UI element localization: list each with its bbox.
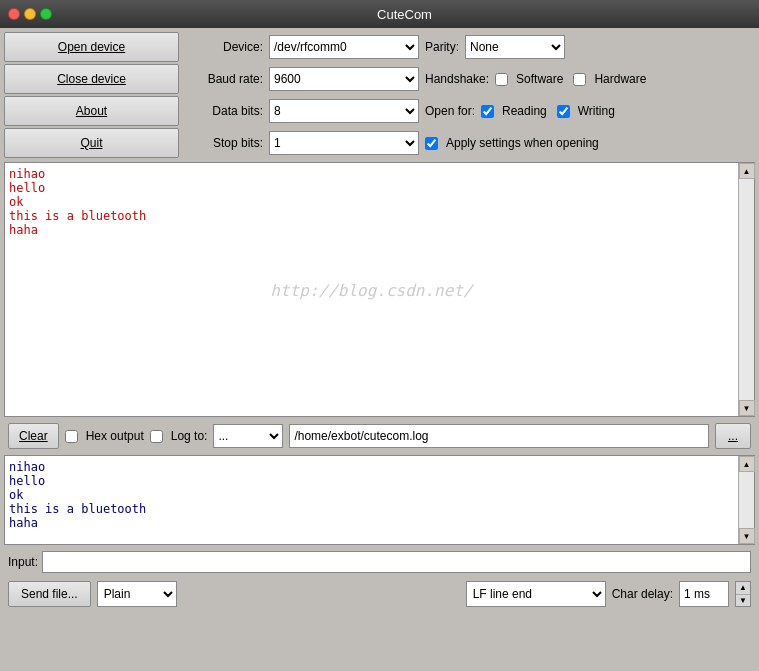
log-to-checkbox[interactable] <box>150 430 163 443</box>
input-line-2: hello <box>9 474 734 488</box>
char-delay-input[interactable] <box>679 581 729 607</box>
device-select[interactable]: /dev/rfcomm0 <box>269 35 419 59</box>
input-line-1: nihao <box>9 460 734 474</box>
close-button[interactable] <box>8 8 20 20</box>
stop-bits-select[interactable]: 1 <box>269 131 419 155</box>
lf-line-end-select[interactable]: LF line end <box>466 581 606 607</box>
log-to-label: Log to: <box>171 429 208 443</box>
minimize-button[interactable] <box>24 8 36 20</box>
log-to-select[interactable]: ... <box>213 424 283 448</box>
log-browse-button[interactable]: ... <box>715 423 751 449</box>
input-area-wrapper: nihao hello ok this is a bluetooth haha … <box>4 455 755 545</box>
software-checkbox[interactable] <box>495 73 508 86</box>
reading-label: Reading <box>502 104 547 118</box>
parity-select[interactable]: None <box>465 35 565 59</box>
scroll-down-button[interactable]: ▼ <box>739 400 755 416</box>
input-scrollbar[interactable]: ▲ ▼ <box>738 456 754 544</box>
writing-checkbox[interactable] <box>557 105 570 118</box>
open-for-label: Open for: <box>425 104 475 118</box>
quit-button[interactable]: Quit <box>4 128 179 158</box>
data-bits-select[interactable]: 8 <box>269 99 419 123</box>
apply-settings-label: Apply settings when opening <box>446 136 599 150</box>
hardware-label: Hardware <box>594 72 646 86</box>
input-scroll-down[interactable]: ▼ <box>739 528 755 544</box>
writing-label: Writing <box>578 104 615 118</box>
parity-label: Parity: <box>425 40 459 54</box>
about-button[interactable]: About <box>4 96 179 126</box>
input-area: nihao hello ok this is a bluetooth haha <box>5 456 738 544</box>
input-field[interactable] <box>42 551 751 573</box>
bottom-bar: Clear Hex output Log to: ... ... <box>4 421 755 451</box>
send-file-button[interactable]: Send file... <box>8 581 91 607</box>
output-line-5: haha <box>9 223 734 237</box>
output-area: nihao hello ok this is a bluetooth haha … <box>5 163 738 416</box>
close-device-button[interactable]: Close device <box>4 64 179 94</box>
data-bits-label: Data bits: <box>183 104 263 118</box>
hex-output-checkbox[interactable] <box>65 430 78 443</box>
clear-button[interactable]: Clear <box>8 423 59 449</box>
handshake-label: Handshake: <box>425 72 489 86</box>
input-scroll-up[interactable]: ▲ <box>739 456 755 472</box>
title-bar: CuteCom <box>0 0 759 28</box>
output-line-4: this is a bluetooth <box>9 209 734 223</box>
spinner-up[interactable]: ▲ <box>736 582 750 595</box>
software-label: Software <box>516 72 563 86</box>
output-line-1: nihao <box>9 167 734 181</box>
scroll-up-button[interactable]: ▲ <box>739 163 755 179</box>
input-row: Input: <box>4 549 755 575</box>
maximize-button[interactable] <box>40 8 52 20</box>
log-path-input[interactable] <box>289 424 709 448</box>
char-delay-spinner[interactable]: ▲ ▼ <box>735 581 751 607</box>
window-title: CuteCom <box>58 7 751 22</box>
send-bar: Send file... Plain LF line end Char dela… <box>4 579 755 609</box>
input-scroll-track[interactable] <box>739 472 754 528</box>
apply-settings-checkbox[interactable] <box>425 137 438 150</box>
output-line-3: ok <box>9 195 734 209</box>
send-format-select[interactable]: Plain <box>97 581 177 607</box>
stop-bits-label: Stop bits: <box>183 136 263 150</box>
hardware-checkbox[interactable] <box>573 73 586 86</box>
output-scrollbar[interactable]: ▲ ▼ <box>738 163 754 416</box>
char-delay-label: Char delay: <box>612 587 673 601</box>
reading-checkbox[interactable] <box>481 105 494 118</box>
input-line-3: ok <box>9 488 734 502</box>
output-line-2: hello <box>9 181 734 195</box>
open-device-button[interactable]: Open device <box>4 32 179 62</box>
input-label: Input: <box>8 555 38 569</box>
input-line-5: haha <box>9 516 734 530</box>
hex-output-label: Hex output <box>86 429 144 443</box>
baud-rate-select[interactable]: 9600 <box>269 67 419 91</box>
spinner-down[interactable]: ▼ <box>736 595 750 607</box>
output-area-wrapper: nihao hello ok this is a bluetooth haha … <box>4 162 755 417</box>
input-line-4: this is a bluetooth <box>9 502 734 516</box>
baud-rate-label: Baud rate: <box>183 72 263 86</box>
watermark: http://blog.csdn.net/ <box>270 280 472 299</box>
device-label: Device: <box>183 40 263 54</box>
scroll-track[interactable] <box>739 179 754 400</box>
